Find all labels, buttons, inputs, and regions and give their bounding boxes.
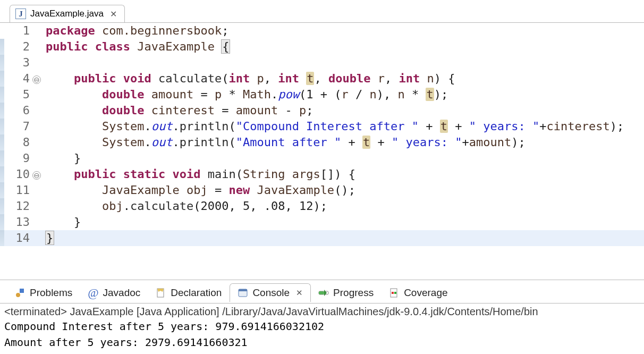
code-text[interactable]: }: [43, 150, 644, 166]
fold-strip: [0, 55, 4, 71]
code-line[interactable]: 14 }: [0, 230, 644, 246]
line-number: 3: [4, 55, 31, 71]
problems-icon: [15, 288, 26, 298]
code-line[interactable]: 5 double amount = p * Math.pow(1 + (r / …: [0, 87, 644, 103]
tab-label: Coverage: [404, 287, 447, 299]
fold-strip: [0, 87, 4, 103]
tab-label: Declaration: [171, 287, 222, 299]
console-status: <terminated> JavaExample [Java Applicati…: [4, 306, 640, 318]
code-line[interactable]: 10 ⊖ public static void main(String args…: [0, 166, 644, 182]
tab-coverage[interactable]: Coverage: [382, 284, 455, 302]
tab-label: Progress: [333, 287, 374, 299]
console-output-line: Amount after 5 years: 2979.69141660321: [4, 335, 640, 350]
fold-toggle-icon[interactable]: ⊖: [32, 75, 41, 84]
svg-rect-6: [319, 291, 324, 294]
fold-strip: [0, 134, 4, 150]
code-line[interactable]: 12 obj.calculate(2000, 5, .08, 12);: [0, 198, 644, 214]
svg-rect-9: [394, 292, 396, 294]
progress-icon: [318, 288, 329, 298]
code-text[interactable]: public void calculate(int p, int t, doub…: [43, 71, 644, 87]
code-text[interactable]: double amount = p * Math.pow(1 + (r / n)…: [43, 87, 644, 103]
fold-strip: [0, 230, 4, 246]
tab-console[interactable]: Console ✕: [230, 283, 311, 302]
line-number: 5: [4, 87, 31, 103]
code-text[interactable]: package com.beginnersbook;: [43, 23, 644, 39]
code-text[interactable]: obj.calculate(2000, 5, .08, 12);: [43, 198, 644, 214]
tab-label: Problems: [30, 287, 72, 299]
fold-strip: [0, 150, 4, 166]
code-text[interactable]: }: [43, 230, 644, 246]
code-text[interactable]: public static void main(String args[]) {: [43, 166, 644, 182]
tab-progress[interactable]: Progress: [311, 284, 382, 302]
editor-tab-javaexample[interactable]: J JavaExample.java ✕: [10, 5, 125, 22]
code-text[interactable]: public class JavaExample {: [43, 39, 644, 55]
code-line[interactable]: 8 System.out.println("Amount after " + t…: [0, 134, 644, 150]
fold-strip: [0, 71, 4, 87]
close-icon[interactable]: ✕: [294, 288, 303, 298]
code-line[interactable]: 3: [0, 55, 644, 71]
line-number: 1: [4, 23, 31, 39]
tab-problems[interactable]: Problems: [7, 284, 80, 302]
console-icon: [238, 288, 248, 298]
line-number: 7: [4, 119, 31, 134]
line-number: 4: [4, 71, 31, 87]
line-number: 14: [4, 230, 31, 246]
fold-strip: [0, 182, 4, 198]
code-text[interactable]: double cinterest = amount - p;: [43, 103, 644, 119]
svg-rect-4: [239, 289, 247, 291]
svg-point-0: [16, 293, 20, 297]
tab-javadoc[interactable]: @ Javadoc: [80, 283, 148, 303]
code-line[interactable]: 11 JavaExample obj = new JavaExample();: [0, 182, 644, 198]
code-line[interactable]: 6 double cinterest = amount - p;: [0, 103, 644, 119]
fold-strip: [0, 119, 4, 134]
code-text[interactable]: JavaExample obj = new JavaExample();: [43, 182, 644, 198]
code-text[interactable]: }: [43, 214, 644, 230]
coverage-icon: [389, 288, 400, 298]
console-view[interactable]: <terminated> JavaExample [Java Applicati…: [0, 303, 644, 354]
views-tab-bar: Problems @ Javadoc Declaration Console ✕…: [0, 280, 644, 303]
line-number: 8: [4, 134, 31, 150]
svg-rect-1: [20, 289, 24, 293]
line-number: 2: [4, 39, 31, 55]
tab-label: Console: [252, 287, 290, 299]
line-number: 9: [4, 150, 31, 166]
fold-strip: [0, 198, 4, 214]
code-line[interactable]: 1 package com.beginnersbook;: [0, 23, 644, 39]
code-line[interactable]: 4 ⊖ public void calculate(int p, int t, …: [0, 71, 644, 87]
code-line[interactable]: 7 System.out.println("Compound Interest …: [0, 119, 644, 134]
console-output-line: Compound Interest after 5 years: 979.691…: [4, 319, 640, 334]
line-number: 12: [4, 198, 31, 214]
tab-label: Javadoc: [103, 287, 141, 299]
line-number: 6: [4, 103, 31, 119]
code-editor[interactable]: 1 package com.beginnersbook; 2 public cl…: [0, 22, 644, 280]
fold-strip: [0, 166, 4, 182]
line-number: 13: [4, 214, 31, 230]
fold-strip: [0, 103, 4, 119]
editor-tab-bar: J JavaExample.java ✕: [0, 0, 644, 22]
tab-declaration[interactable]: Declaration: [148, 284, 230, 302]
javadoc-icon: @: [88, 286, 98, 300]
fold-toggle-icon[interactable]: ⊖: [32, 171, 41, 180]
fold-strip: [0, 214, 4, 230]
java-file-icon: J: [15, 9, 26, 19]
svg-rect-8: [392, 292, 394, 294]
close-icon[interactable]: ✕: [108, 9, 117, 19]
line-number: 10: [4, 166, 31, 182]
code-text[interactable]: System.out.println("Compound Interest af…: [43, 119, 644, 134]
code-line[interactable]: 2 public class JavaExample {: [0, 39, 644, 55]
code-line[interactable]: 13 }: [0, 214, 644, 230]
fold-strip: [0, 23, 4, 39]
declaration-icon: [156, 288, 166, 298]
code-text[interactable]: System.out.println("Amount after " + t +…: [43, 134, 644, 150]
fold-strip: [0, 39, 4, 55]
line-number: 11: [4, 182, 31, 198]
code-line[interactable]: 9 }: [0, 150, 644, 166]
editor-tab-label: JavaExample.java: [30, 9, 104, 19]
